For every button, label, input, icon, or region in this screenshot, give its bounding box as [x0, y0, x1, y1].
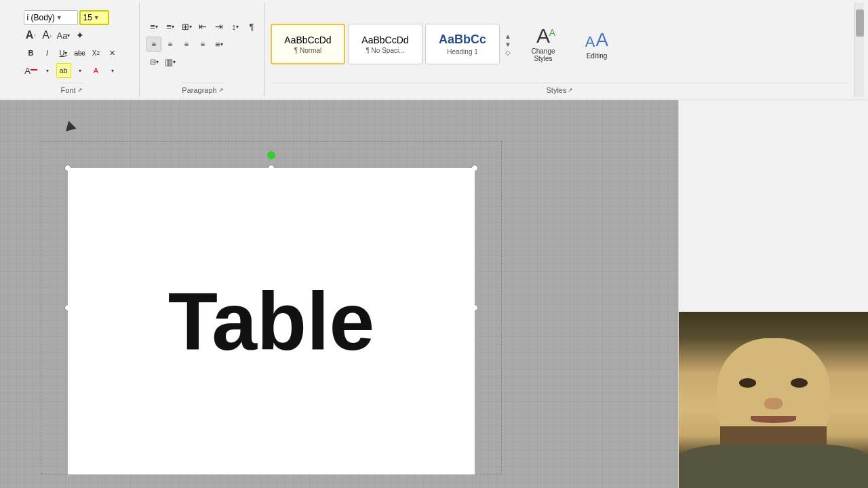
line-spacing-btn[interactable]: ↕▾: [228, 19, 243, 34]
scrollbar-thumb[interactable]: [856, 9, 864, 37]
main-area: Table: [0, 100, 868, 488]
font-size-value: 15: [83, 13, 92, 22]
editing-btn[interactable]: A A Editing: [573, 20, 620, 68]
styles-scroll-up[interactable]: ▲: [505, 33, 511, 40]
italic-btn[interactable]: I: [40, 45, 55, 60]
right-sidebar: [678, 100, 868, 488]
webcam-bg: [679, 312, 868, 488]
align-justify-btn[interactable]: ≡: [195, 37, 210, 52]
multilevel-btn[interactable]: ⊞▾: [179, 19, 194, 34]
styles-content: AaBbCcDd ¶ Normal AaBbCcDd ¶ No Spaci...…: [271, 5, 849, 83]
shading-btn[interactable]: ⊟▾: [146, 54, 161, 69]
editing-label: Editing: [587, 52, 608, 60]
font-name-arrow: ▼: [56, 14, 62, 21]
show-para-btn[interactable]: ¶: [244, 19, 259, 34]
font-name-dropdown[interactable]: i (Body) ▼: [24, 10, 78, 25]
style-normal-label: ¶ Normal: [294, 47, 321, 54]
vertical-scrollbar[interactable]: [854, 3, 864, 97]
underline-btn[interactable]: U▾: [56, 45, 71, 60]
editing-icon: A A: [585, 29, 608, 51]
style-heading1[interactable]: AaBbCc Heading 1: [425, 24, 500, 64]
increase-indent-btn[interactable]: ⇥: [212, 19, 226, 34]
change-styles-label: Change Styles: [531, 47, 555, 62]
font-size-dropdown[interactable]: 15 ▼: [79, 10, 109, 25]
numbering-btn[interactable]: ≡▾: [163, 19, 178, 34]
font-group-label: Font: [60, 86, 75, 94]
highlight-arrow[interactable]: ▾: [73, 63, 87, 78]
document-canvas[interactable]: Table: [0, 100, 678, 488]
style-no-spacing-preview: AaBbCcDd: [361, 35, 408, 45]
mouth: [751, 416, 796, 423]
para-expand-icon[interactable]: ↗: [218, 87, 224, 94]
clear-char-btn[interactable]: ✕: [105, 45, 120, 60]
bullets-btn[interactable]: ≡▾: [146, 19, 161, 34]
font-color-row: A ▾ ab ▾ A ▾: [24, 63, 120, 78]
columns-btn[interactable]: ≡▾: [212, 37, 226, 52]
borders-btn[interactable]: ▥▾: [163, 54, 178, 69]
para-align-row: ≡ ≡ ≡ ≡ ≡▾: [146, 37, 259, 52]
text-shading-btn[interactable]: A: [89, 63, 104, 78]
style-heading1-label: Heading 1: [447, 48, 478, 56]
rotate-handle[interactable]: [267, 151, 275, 159]
style-normal-preview: AaBbCcDd: [284, 35, 331, 45]
font-name-row: i (Body) ▼ 15 ▼: [24, 10, 120, 25]
para-group-inner: ≡▾ ≡▾ ⊞▾ ⇤ ⇥ ↕▾ ¶ ≡ ≡ ≡ ≡ ≡▾: [146, 5, 259, 83]
clear-format-btn[interactable]: ✦: [73, 28, 87, 43]
left-eye: [739, 378, 756, 388]
ribbon-row: i (Body) ▼ 15 ▼ A↑ A↓ Aa▾ ✦: [0, 0, 868, 100]
font-name-value: i (Body): [27, 13, 55, 22]
text-box-inner[interactable]: Table: [68, 168, 475, 474]
paragraph-group: ≡▾ ≡▾ ⊞▾ ⇤ ⇥ ↕▾ ¶ ≡ ≡ ≡ ≡ ≡▾: [141, 3, 265, 97]
font-group: i (Body) ▼ 15 ▼ A↑ A↓ Aa▾ ✦: [4, 3, 140, 97]
style-no-spacing[interactable]: AaBbCcDd ¶ No Spaci...: [348, 24, 422, 64]
increase-font-btn[interactable]: A↑: [24, 28, 39, 43]
webcam-overlay: [679, 312, 868, 488]
font-color-arrow[interactable]: ▾: [40, 63, 55, 78]
change-styles-icon: A A: [536, 26, 550, 46]
style-no-spacing-label: ¶ No Spaci...: [366, 47, 404, 54]
font-size-arrow: ▼: [94, 14, 100, 21]
styles-scroll-more[interactable]: ◇: [505, 49, 511, 56]
subscript-btn[interactable]: X2: [89, 45, 104, 60]
text-box-container[interactable]: Table: [41, 141, 502, 474]
strikethrough-btn[interactable]: abc: [73, 45, 87, 60]
font-group-label-row: Font ↗: [60, 83, 82, 94]
para-shading-row: ⊟▾ ▥▾: [146, 54, 259, 69]
align-center-btn[interactable]: ≡: [163, 37, 178, 52]
font-format-row1: A↑ A↓ Aa▾ ✦: [24, 28, 120, 43]
decrease-font-btn[interactable]: A↓: [40, 28, 55, 43]
font-expand-icon[interactable]: ↗: [77, 87, 83, 94]
text-shading-arrow[interactable]: ▾: [105, 63, 120, 78]
styles-expand-icon[interactable]: ↗: [568, 87, 573, 94]
bold-btn[interactable]: B: [24, 45, 39, 60]
style-normal[interactable]: AaBbCcDd ¶ Normal: [271, 24, 345, 64]
align-left-btn[interactable]: ≡: [146, 37, 161, 52]
styles-scroll[interactable]: ▲ ▼ ◇: [502, 33, 513, 56]
styles-scroll-down[interactable]: ▼: [505, 41, 511, 48]
style-heading1-preview: AaBbCc: [439, 33, 486, 47]
nose: [764, 398, 783, 409]
document-text: Table: [168, 281, 375, 362]
change-case-btn[interactable]: Aa▾: [56, 28, 71, 43]
para-group-label: Paragraph: [182, 86, 216, 94]
styles-group-label: Styles: [547, 86, 567, 94]
align-right-btn[interactable]: ≡: [179, 37, 194, 52]
font-format-row2: B I U▾ abc X2 ✕: [24, 45, 120, 60]
font-color-btn[interactable]: A: [24, 63, 39, 78]
decrease-indent-btn[interactable]: ⇤: [195, 19, 210, 34]
para-row1: ≡▾ ≡▾ ⊞▾ ⇤ ⇥ ↕▾ ¶: [146, 19, 259, 34]
ribbon: i (Body) ▼ 15 ▼ A↑ A↓ Aa▾ ✦: [0, 0, 868, 100]
highlight-btn[interactable]: ab: [56, 63, 71, 78]
right-eye: [791, 378, 808, 388]
font-group-inner: i (Body) ▼ 15 ▼ A↑ A↓ Aa▾ ✦: [24, 5, 120, 83]
webcam-face: [679, 312, 868, 488]
change-styles-btn[interactable]: A A Change Styles: [516, 20, 570, 68]
shirt: [679, 444, 868, 488]
para-group-label-row: Paragraph ↗: [182, 83, 223, 94]
styles-group-label-row: Styles ↗: [271, 83, 849, 94]
styles-group: AaBbCcDd ¶ Normal AaBbCcDd ¶ No Spaci...…: [267, 3, 853, 97]
